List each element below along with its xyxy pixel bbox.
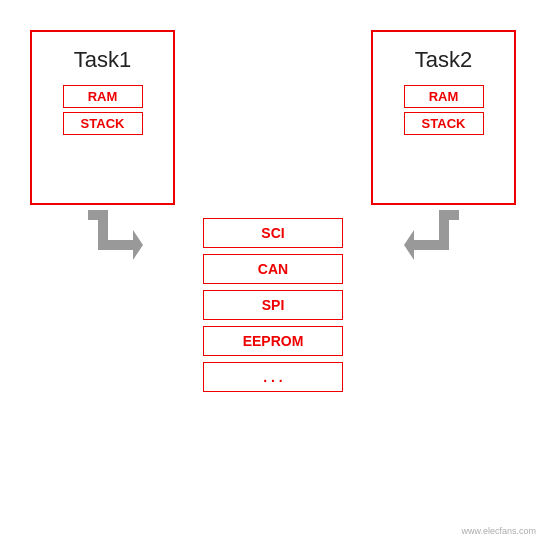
middle-row: SCI CAN SPI EEPROM . . . xyxy=(0,210,546,392)
task2-title: Task2 xyxy=(415,47,472,73)
shared-eeprom: EEPROM xyxy=(203,326,343,356)
task1-title: Task1 xyxy=(74,47,131,73)
svg-marker-0 xyxy=(88,210,143,260)
task1-ram: RAM xyxy=(63,85,143,108)
task1-stack: STACK xyxy=(63,112,143,135)
shared-can: CAN xyxy=(203,254,343,284)
shared-resources-column: SCI CAN SPI EEPROM . . . xyxy=(203,218,343,392)
task2-box: Task2 RAM STACK xyxy=(371,30,516,205)
task2-stack: STACK xyxy=(404,112,484,135)
task1-arrow-area xyxy=(30,210,175,270)
task1-box: Task1 RAM STACK xyxy=(30,30,175,205)
diagram-container: Task1 RAM STACK Task2 RAM STACK SCI xyxy=(0,0,546,544)
task2-arrow-area xyxy=(371,210,516,270)
shared-dots: . . . xyxy=(203,362,343,392)
task2-ram: RAM xyxy=(404,85,484,108)
arrow-left xyxy=(404,210,484,270)
watermark: www.elecfans.com xyxy=(461,526,536,536)
arrow-right xyxy=(63,210,143,270)
svg-marker-1 xyxy=(404,210,459,260)
shared-sci: SCI xyxy=(203,218,343,248)
top-row: Task1 RAM STACK Task2 RAM STACK xyxy=(0,10,546,205)
shared-spi: SPI xyxy=(203,290,343,320)
